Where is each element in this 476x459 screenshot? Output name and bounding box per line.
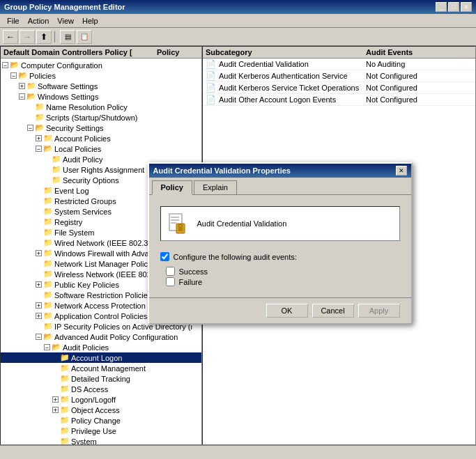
expand-btn-computer-config[interactable]: −: [2, 62, 8, 68]
tree-item-account-logon[interactable]: 📁Account Logon: [1, 352, 201, 363]
folder-icon-name-resolution: 📁: [35, 102, 45, 111]
tree-item-security-settings[interactable]: −📂Security Settings: [1, 123, 201, 133]
tree-label-audit-policies: Audit Policies: [63, 343, 109, 352]
minimize-button[interactable]: _: [436, 2, 447, 12]
tree-label-file-system: File System: [54, 228, 94, 237]
folder-icon-network-access: 📁: [43, 301, 53, 310]
audit-events-cell: Not Configured: [366, 72, 473, 80]
expand-btn-windows-firewall[interactable]: +: [36, 250, 42, 256]
subcategory-icon: 📄: [206, 83, 216, 93]
dialog-title-text: Audit Credential Validation Properties: [153, 166, 291, 175]
folder-icon-event-log: 📁: [43, 186, 53, 195]
expand-btn-logon-logoff[interactable]: +: [52, 396, 59, 403]
tree-item-windows-settings[interactable]: −📂Windows Settings: [1, 91, 201, 102]
folder-icon-windows-settings: 📂: [26, 92, 36, 101]
tree-item-system[interactable]: 📁System: [1, 436, 201, 445]
ok-button[interactable]: OK: [266, 304, 308, 318]
success-row: Success: [160, 267, 400, 276]
tree-header: Default Domain Controllers Policy [ Poli…: [1, 47, 201, 59]
expand-btn-software-settings[interactable]: +: [19, 83, 25, 89]
forward-button[interactable]: →: [20, 30, 35, 44]
close-button[interactable]: ✕: [461, 2, 472, 12]
success-checkbox[interactable]: [166, 267, 175, 276]
tree-item-account-policies[interactable]: +📁Account Policies: [1, 133, 201, 143]
subcategory-label: Audit Credential Validation: [219, 60, 309, 68]
subcategory-label: Audit Kerberos Authentication Service: [219, 72, 348, 80]
svg-rect-2: [171, 219, 179, 221]
folder-icon-audit-policies: 📂: [52, 343, 61, 352]
expand-btn-policies[interactable]: −: [10, 72, 17, 79]
tab-policy[interactable]: Policy: [152, 180, 192, 195]
tree-item-object-access[interactable]: +📁Object Access: [1, 405, 201, 415]
tree-item-audit-policies[interactable]: −📂Audit Policies: [1, 342, 201, 352]
tree-item-scripts[interactable]: 📁Scripts (Startup/Shutdown): [1, 112, 201, 123]
tree-label-account-logon: Account Logon: [71, 354, 122, 362]
expand-btn-public-key[interactable]: +: [36, 281, 42, 288]
tree-label-logon-logoff: Logon/Logoff: [71, 396, 116, 404]
tree-item-local-policies[interactable]: −📂Local Policies: [1, 143, 201, 154]
dialog-close-button[interactable]: ✕: [396, 166, 407, 176]
folder-icon-policies: 📂: [18, 71, 28, 80]
tree-item-software-settings[interactable]: +📁Software Settings: [1, 81, 201, 91]
tree-label-network-list: Network List Manager Policies: [54, 260, 158, 268]
configure-checkbox[interactable]: [160, 252, 169, 261]
tree-item-ds-access[interactable]: 📁DS Access: [1, 384, 201, 394]
subcategory-icon: 📄: [206, 59, 216, 69]
tree-label-account-management: Account Management: [71, 364, 146, 373]
expand-btn-windows-settings[interactable]: −: [19, 93, 25, 100]
folder-icon-policy-change: 📁: [60, 416, 70, 425]
tree-item-name-resolution[interactable]: 📁Name Resolution Policy: [1, 102, 201, 112]
table-row[interactable]: 📄Audit Other Account Logon EventsNot Con…: [203, 94, 475, 106]
tree-item-policies[interactable]: −📂Policies: [1, 70, 201, 81]
folder-icon-file-system: 📁: [43, 228, 53, 237]
audit-dialog[interactable]: Audit Credential Validation Properties ✕…: [148, 162, 413, 325]
folder-icon-detailed-tracking: 📁: [60, 374, 70, 383]
expand-btn-audit-policies[interactable]: −: [44, 344, 50, 350]
menu-help[interactable]: Help: [78, 15, 102, 26]
tree-item-privilege-use[interactable]: 📁Privilege Use: [1, 426, 201, 436]
menu-action[interactable]: Action: [24, 15, 54, 26]
tree-item-logon-logoff[interactable]: +📁Logon/Logoff: [1, 394, 201, 405]
subcategory-cell: 📄Audit Credential Validation: [206, 59, 366, 69]
table-row[interactable]: 📄Audit Kerberos Service Ticket Operation…: [203, 82, 475, 94]
folder-icon-wireless-network: 📁: [43, 270, 53, 279]
menu-file[interactable]: File: [3, 15, 24, 26]
apply-button[interactable]: Apply: [358, 304, 400, 318]
success-label: Success: [179, 267, 208, 276]
tree-item-advanced-audit[interactable]: −📂Advanced Audit Policy Configuration: [1, 332, 201, 342]
expand-btn-account-policies[interactable]: +: [36, 135, 42, 141]
menu-view[interactable]: View: [53, 15, 78, 26]
dialog-title-bar: Audit Credential Validation Properties ✕: [149, 164, 411, 178]
up-button[interactable]: ⬆: [36, 30, 52, 44]
properties-button[interactable]: 📋: [77, 30, 92, 44]
folder-icon-logon-logoff: 📁: [60, 395, 70, 404]
table-row[interactable]: 📄Audit Kerberos Authentication ServiceNo…: [203, 70, 475, 82]
folder-icon-wired-network: 📁: [43, 238, 53, 247]
tree-label-audit-policy: Audit Policy: [63, 155, 102, 164]
expand-btn-app-control[interactable]: +: [36, 313, 42, 319]
back-button[interactable]: ←: [3, 30, 18, 44]
expand-btn-advanced-audit[interactable]: −: [36, 334, 42, 340]
subcategory-cell: 📄Audit Kerberos Service Ticket Operation…: [206, 83, 366, 93]
maximize-button[interactable]: □: [448, 2, 459, 12]
tree-label-local-policies: Local Policies: [54, 145, 101, 153]
expand-btn-network-access[interactable]: +: [36, 302, 42, 309]
tree-item-account-management[interactable]: 📁Account Management: [1, 363, 201, 373]
tree-item-detailed-tracking[interactable]: 📁Detailed Tracking: [1, 373, 201, 384]
tree-item-policy-change[interactable]: 📁Policy Change: [1, 415, 201, 426]
folder-icon-system: 📁: [60, 437, 70, 445]
show-hide-button[interactable]: ▤: [60, 30, 75, 44]
tree-label-system-services: System Services: [54, 208, 112, 216]
failure-checkbox[interactable]: [166, 277, 175, 286]
expand-btn-object-access[interactable]: +: [52, 407, 59, 413]
tab-explain[interactable]: Explain: [194, 180, 237, 194]
tree-item-computer-config[interactable]: −📂Computer Configuration: [1, 60, 201, 70]
expand-btn-local-policies[interactable]: −: [36, 146, 42, 152]
table-row[interactable]: 📄Audit Credential ValidationNo Auditing: [203, 59, 475, 70]
subcategory-cell: 📄Audit Kerberos Authentication Service: [206, 71, 366, 81]
expand-btn-security-settings[interactable]: −: [27, 125, 33, 131]
cancel-button[interactable]: Cancel: [312, 304, 354, 318]
folder-icon-public-key: 📁: [43, 280, 53, 289]
col-header-audit: Audit Events: [366, 48, 473, 56]
svg-rect-1: [171, 217, 179, 218]
